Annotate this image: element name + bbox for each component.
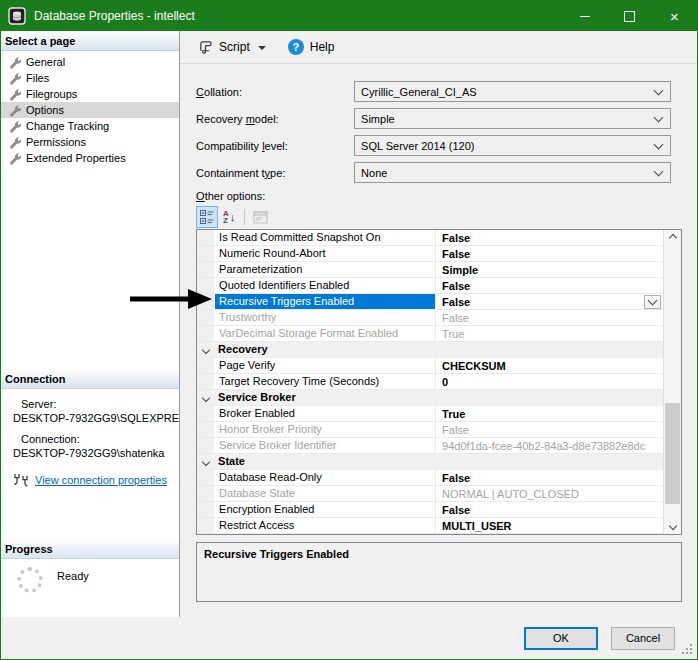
- close-icon: ×: [670, 8, 679, 25]
- scroll-down-button[interactable]: [664, 518, 681, 534]
- category-row-recovery[interactable]: Recovery: [197, 342, 663, 358]
- resize-grip[interactable]: [690, 652, 692, 654]
- chevron-down-icon: [655, 138, 662, 150]
- script-button[interactable]: Script: [194, 36, 270, 58]
- property-row-database-read-only[interactable]: Database Read-OnlyFalse: [197, 470, 663, 486]
- view-connection-properties-link[interactable]: View connection properties: [35, 474, 167, 486]
- property-row-vardecimal-storage-format-enabled[interactable]: VarDecimal Storage Format EnabledTrue: [197, 326, 663, 342]
- select-a-page-header: Select a page: [1, 31, 179, 51]
- script-dropdown-arrow[interactable]: [258, 46, 266, 50]
- category-row-state[interactable]: State: [197, 454, 663, 470]
- script-button-label: Script: [219, 40, 250, 54]
- property-name: VarDecimal Storage Format Enabled: [215, 326, 436, 341]
- property-row-page-verify[interactable]: Page VerifyCHECKSUM: [197, 358, 663, 374]
- property-value: True: [436, 406, 663, 421]
- property-value: NORMAL | AUTO_CLOSED: [436, 486, 663, 501]
- row-margin: [197, 230, 215, 245]
- property-row-target-recovery-time-seconds[interactable]: Target Recovery Time (Seconds)0: [197, 374, 663, 390]
- property-value-text: False: [442, 472, 470, 484]
- value-dropdown-button[interactable]: [644, 295, 661, 309]
- property-row-is-read-committed-snapshot-on[interactable]: Is Read Committed Snapshot OnFalse: [197, 230, 663, 246]
- property-name: Encryption Enabled: [215, 502, 436, 517]
- property-value: False: [436, 422, 663, 437]
- row-margin: [197, 262, 215, 277]
- property-value-text: 94d0f1da-fcee-40b2-84a3-d8e73882e8dc: [442, 440, 645, 452]
- containment-type-label: Containment type:: [196, 167, 354, 179]
- alphabetical-button[interactable]: AZ ↓: [218, 206, 240, 228]
- property-value-text: False: [442, 248, 470, 260]
- property-name: Is Read Committed Snapshot On: [215, 230, 436, 245]
- connection-panel: Server: DESKTOP-7932GG9\SQLEXPRE Connect…: [1, 389, 179, 539]
- collation-select[interactable]: Cyrillic_General_CI_AS: [354, 81, 671, 102]
- sidebar-item-files[interactable]: Files: [1, 70, 179, 86]
- row-margin: [197, 502, 215, 517]
- property-row-service-broker-identifier[interactable]: Service Broker Identifier94d0f1da-fcee-4…: [197, 438, 663, 454]
- progress-header: Progress: [1, 539, 179, 559]
- form-row-collation: Collation:Cyrillic_General_CI_AS: [196, 81, 682, 102]
- options-form: Collation:Cyrillic_General_CI_ASRecovery…: [196, 81, 682, 183]
- property-value-text: False: [442, 280, 470, 292]
- sidebar-item-change-tracking[interactable]: Change Tracking: [1, 118, 179, 134]
- toolbar: Script ? Help: [180, 31, 697, 64]
- compatibility-level-select[interactable]: SQL Server 2014 (120): [354, 135, 671, 156]
- sidebar-item-options[interactable]: Options: [1, 102, 179, 118]
- categorized-button[interactable]: [196, 206, 218, 228]
- connection-value: DESKTOP-7932GG9\shatenka: [1, 447, 179, 459]
- cancel-button[interactable]: Cancel: [611, 627, 675, 650]
- minimize-icon: [580, 16, 590, 17]
- row-margin: [197, 518, 215, 533]
- scroll-up-button[interactable]: [664, 230, 681, 246]
- compatibility-level-label: Compatibility level:: [196, 140, 354, 152]
- property-value-text: False: [442, 504, 470, 516]
- minimize-button[interactable]: [562, 1, 607, 31]
- property-row-encryption-enabled[interactable]: Encryption EnabledFalse: [197, 502, 663, 518]
- row-margin: [197, 486, 215, 501]
- property-row-broker-enabled[interactable]: Broker EnabledTrue: [197, 406, 663, 422]
- property-name: Parameterization: [215, 262, 436, 277]
- property-row-database-state[interactable]: Database StateNORMAL | AUTO_CLOSED: [197, 486, 663, 502]
- grid-scrollbar[interactable]: [663, 230, 681, 534]
- sidebar-item-filegroups[interactable]: Filegroups: [1, 86, 179, 102]
- property-name: Restrict Access: [215, 518, 436, 533]
- recovery-model-select[interactable]: Simple: [354, 108, 671, 129]
- wrench-icon: [8, 88, 21, 101]
- sidebar-item-extended-properties[interactable]: Extended Properties: [1, 150, 179, 166]
- help-button[interactable]: ? Help: [270, 36, 339, 58]
- sidebar-item-permissions[interactable]: Permissions: [1, 134, 179, 150]
- property-row-restrict-access[interactable]: Restrict AccessMULTI_USER: [197, 518, 663, 534]
- property-row-trustworthy[interactable]: TrustworthyFalse: [197, 310, 663, 326]
- property-value: 0: [436, 374, 663, 389]
- ok-button[interactable]: OK: [524, 627, 598, 650]
- containment-type-select[interactable]: None: [354, 162, 671, 183]
- row-margin: [197, 278, 215, 293]
- row-margin: [197, 438, 215, 453]
- property-name: Service Broker Identifier: [215, 438, 436, 453]
- maximize-button[interactable]: [607, 1, 652, 31]
- script-icon: [198, 39, 213, 55]
- property-row-numeric-round-abort[interactable]: Numeric Round-AbortFalse: [197, 246, 663, 262]
- scrollbar-thumb[interactable]: [665, 403, 680, 503]
- property-row-recursive-triggers-enabled[interactable]: Recursive Triggers EnabledFalse: [197, 294, 663, 310]
- property-row-honor-broker-priority[interactable]: Honor Broker PriorityFalse: [197, 422, 663, 438]
- property-row-quoted-identifiers-enabled[interactable]: Quoted Identifiers EnabledFalse: [197, 278, 663, 294]
- sidebar-item-label: Permissions: [26, 136, 86, 148]
- server-label: Server:: [1, 398, 179, 410]
- chevron-down-icon: [655, 111, 662, 123]
- options-page-content: Collation:Cyrillic_General_CI_ASRecovery…: [180, 64, 697, 617]
- property-row-parameterization[interactable]: ParameterizationSimple: [197, 262, 663, 278]
- wrench-icon: [8, 72, 21, 85]
- sidebar-item-general[interactable]: General: [1, 54, 179, 70]
- page-tree: GeneralFilesFilegroupsOptionsChange Trac…: [1, 51, 179, 369]
- category-row-service-broker[interactable]: Service Broker: [197, 390, 663, 406]
- property-value-text: CHECKSUM: [442, 360, 506, 372]
- form-row-containment-type: Containment type:None: [196, 162, 682, 183]
- property-name: Broker Enabled: [215, 406, 436, 421]
- category-label: Service Broker: [214, 390, 296, 405]
- property-value: False: [436, 230, 663, 245]
- property-value-text: 0: [442, 376, 448, 388]
- progress-status: Ready: [57, 570, 89, 582]
- property-grid-toolbar: AZ ↓: [196, 205, 682, 229]
- collapse-chevron-icon: [197, 342, 214, 357]
- close-button[interactable]: ×: [652, 1, 697, 31]
- wrench-icon: [8, 56, 21, 69]
